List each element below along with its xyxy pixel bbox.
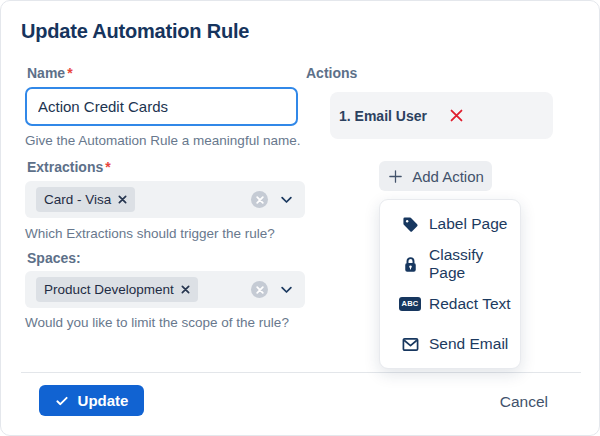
extractions-label: Extractions* <box>27 159 111 175</box>
clear-all-icon[interactable] <box>251 191 268 208</box>
tag-icon <box>401 215 419 233</box>
spaces-label-text: Spaces: <box>27 250 81 266</box>
name-label: Name* <box>27 65 73 81</box>
extractions-tag: Card - Visa <box>36 187 135 212</box>
extractions-select[interactable]: Card - Visa <box>25 181 305 218</box>
add-action-dropdown-menu: Label Page Classify Page ABC Redact Text… <box>379 199 521 369</box>
cancel-button[interactable]: Cancel <box>500 393 548 411</box>
redact-abc-icon: ABC <box>401 295 419 313</box>
spaces-tag: Product Development <box>36 277 198 302</box>
clear-all-icon[interactable] <box>251 281 268 298</box>
menu-item-label: Redact Text <box>429 295 511 313</box>
menu-item-label-page[interactable]: Label Page <box>380 204 520 244</box>
add-action-button[interactable]: Add Action <box>379 161 492 191</box>
name-label-text: Name <box>27 65 65 81</box>
menu-item-send-email[interactable]: Send Email <box>380 324 520 364</box>
chevron-down-icon[interactable] <box>279 192 294 207</box>
action-item-label: 1. Email User <box>339 108 427 124</box>
footer-divider <box>21 372 581 373</box>
actions-label: Actions <box>306 65 357 81</box>
lock-icon <box>401 255 419 273</box>
update-button-label: Update <box>78 392 129 409</box>
checkmark-icon <box>55 394 69 408</box>
remove-tag-icon[interactable] <box>118 195 127 204</box>
spaces-select[interactable]: Product Development <box>25 271 305 308</box>
required-asterisk: * <box>67 65 72 81</box>
chevron-down-icon[interactable] <box>279 282 294 297</box>
update-button[interactable]: Update <box>39 385 144 416</box>
remove-tag-icon[interactable] <box>181 285 190 294</box>
envelope-icon <box>401 335 419 353</box>
update-automation-rule-dialog: Update Automation Rule Name* Give the Au… <box>0 0 600 436</box>
extractions-label-text: Extractions <box>27 159 103 175</box>
plus-icon <box>387 168 404 185</box>
action-item-email-user: 1. Email User <box>330 92 553 139</box>
dialog-title: Update Automation Rule <box>21 20 249 43</box>
menu-item-label: Label Page <box>429 215 507 233</box>
spaces-label: Spaces: <box>27 250 81 266</box>
extractions-help-text: Which Extractions should trigger the rul… <box>25 226 275 241</box>
remove-action-icon[interactable] <box>448 107 465 124</box>
menu-item-label: Send Email <box>429 335 508 353</box>
add-action-label: Add Action <box>412 168 484 185</box>
tag-label: Product Development <box>44 282 174 297</box>
spaces-help-text: Would you like to limit the scope of the… <box>25 315 289 330</box>
menu-item-label: Classify Page <box>429 246 520 282</box>
tag-label: Card - Visa <box>44 192 111 207</box>
menu-item-redact-text[interactable]: ABC Redact Text <box>380 284 520 324</box>
required-asterisk: * <box>105 159 110 175</box>
menu-item-classify-page[interactable]: Classify Page <box>380 244 520 284</box>
name-help-text: Give the Automation Rule a meaningful na… <box>25 133 300 148</box>
abc-badge-text: ABC <box>399 297 420 311</box>
name-input[interactable] <box>25 87 298 126</box>
